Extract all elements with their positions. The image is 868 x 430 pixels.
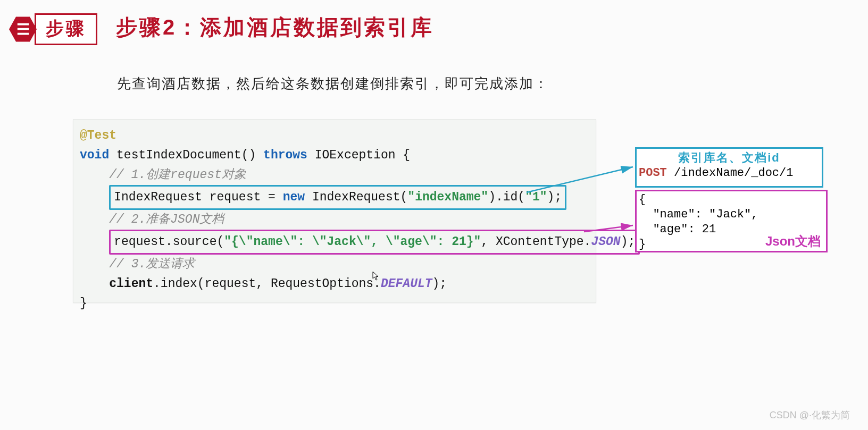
- l2a: request.source(: [114, 235, 224, 249]
- header-badge: ☰ 步骤: [9, 13, 97, 45]
- l1d: );: [547, 190, 562, 204]
- fn-sig: testIndexDocument(): [109, 148, 263, 162]
- l1c: ).id(: [488, 190, 525, 204]
- json-l2: "name": "Jack",: [639, 207, 824, 222]
- subtitle: 先查询酒店数据，然后给这条数据创建倒排索引，即可完成添加：: [117, 74, 549, 93]
- callout-index-label: 索引库名、文档id: [637, 150, 822, 165]
- highlight-line-1: IndexRequest request = new IndexRequest(…: [109, 185, 566, 210]
- page-title: 步骤2：添加酒店数据到索引库: [116, 13, 434, 42]
- l1b: IndexRequest(: [305, 190, 407, 204]
- l3b: .index(request, RequestOptions.: [153, 277, 381, 291]
- l3-default: DEFAULT: [381, 277, 432, 291]
- mouse-cursor-icon: [372, 271, 380, 283]
- callout-json-label: Json文档: [765, 234, 821, 249]
- comment-2: // 2.准备JSON文档: [109, 213, 224, 226]
- l2c: );: [621, 235, 636, 249]
- l1-str2: "1": [525, 190, 547, 204]
- comment-1: // 1.创建request对象: [109, 168, 246, 182]
- http-path: /indexName/_doc/1: [667, 166, 794, 180]
- highlight-line-2: request.source("{\"name\": \"Jack\", \"a…: [109, 230, 640, 255]
- l1-str1: "indexName": [407, 190, 488, 204]
- throws-type: IOException {: [307, 148, 410, 162]
- json-l1: {: [639, 192, 824, 207]
- http-method: POST: [639, 166, 667, 180]
- comment-3: // 3.发送请求: [109, 257, 195, 271]
- watermark: CSDN @·化繁为简: [770, 409, 850, 421]
- callout-json: { "name": "Jack", "age": 21 } Json文档: [635, 190, 828, 252]
- callout-index: 索引库名、文档id POST /indexName/_doc/1: [635, 147, 823, 188]
- hex-icon: ☰: [9, 15, 37, 43]
- l3a: client: [109, 277, 153, 291]
- kw-void: void: [80, 148, 109, 162]
- l1a: IndexRequest request =: [114, 190, 282, 204]
- code-annotation: @Test: [80, 129, 116, 142]
- l2b: , XContentType.: [481, 235, 591, 249]
- code-close: }: [80, 297, 87, 310]
- l2-json: JSON: [591, 235, 620, 249]
- code-block: @Test void testIndexDocument() throws IO…: [73, 119, 596, 303]
- l1-new: new: [283, 190, 305, 204]
- kw-throws: throws: [263, 148, 307, 162]
- step-label: 步骤: [35, 13, 97, 45]
- badge-glyph: ☰: [16, 21, 30, 38]
- l2-str: "{\"name\": \"Jack\", \"age\": 21}": [224, 235, 481, 249]
- l3c: );: [432, 277, 447, 291]
